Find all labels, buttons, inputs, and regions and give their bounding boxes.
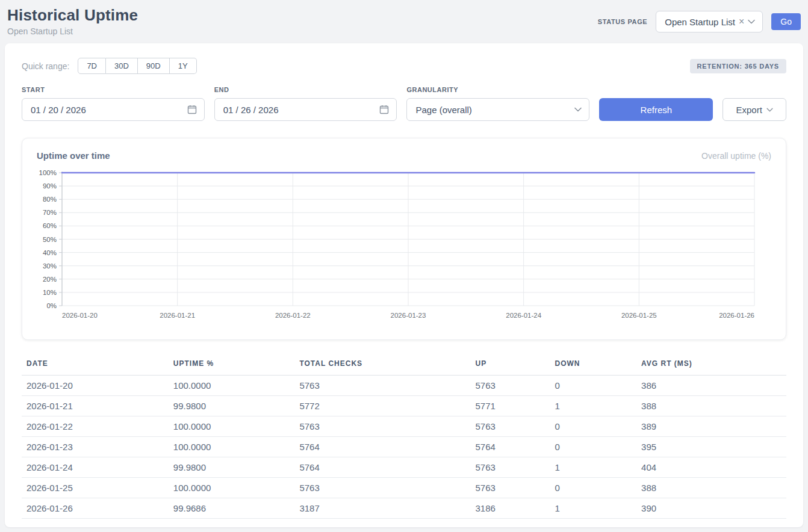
go-button[interactable]: Go bbox=[771, 13, 801, 30]
chart-header: Uptime over time Overall uptime (%) bbox=[34, 150, 774, 167]
table-row: 2026-01-25100.0000576357630388 bbox=[22, 478, 786, 498]
table-cell: 386 bbox=[636, 376, 786, 396]
table-cell: 1 bbox=[550, 457, 637, 478]
quick-range-1y-button[interactable]: 1Y bbox=[170, 58, 197, 74]
table-cell: 5763 bbox=[470, 376, 550, 396]
table-cell: 100.0000 bbox=[169, 376, 295, 396]
uptime-chart-card: Uptime over time Overall uptime (%) 0%10… bbox=[22, 138, 786, 340]
table-row: 2026-01-2499.9800576457631404 bbox=[22, 457, 786, 478]
table-cell: 5764 bbox=[470, 437, 550, 457]
table-cell: 5763 bbox=[294, 416, 470, 437]
table-row: 2026-01-23100.0000576457640395 bbox=[22, 437, 786, 457]
table-cell: 1 bbox=[550, 498, 637, 519]
topbar-right: STATUS PAGE Open Startup List × Go bbox=[598, 11, 801, 32]
quick-range-7d-button[interactable]: 7D bbox=[78, 58, 106, 74]
chevron-down-icon bbox=[748, 19, 755, 24]
table-cell: 2026-01-22 bbox=[22, 416, 169, 437]
export-label: Export bbox=[736, 105, 762, 115]
granularity-value: Page (overall) bbox=[415, 105, 471, 115]
end-date-field: END 01 / 26 / 2026 bbox=[214, 86, 397, 121]
calendar-icon[interactable] bbox=[187, 105, 197, 114]
table-cell: 0 bbox=[550, 416, 637, 437]
column-header: DOWN bbox=[550, 354, 637, 376]
table-cell: 5772 bbox=[294, 396, 470, 416]
column-header: UPTIME % bbox=[169, 354, 295, 376]
svg-text:2026-01-25: 2026-01-25 bbox=[621, 312, 657, 319]
table-cell: 100.0000 bbox=[169, 478, 295, 498]
table-header-row: DATEUPTIME %TOTAL CHECKSUPDOWNAVG RT (MS… bbox=[22, 354, 786, 376]
granularity-label: GRANULARITY bbox=[406, 86, 589, 93]
start-date-field: START 01 / 20 / 2026 bbox=[22, 86, 205, 121]
table-cell: 389 bbox=[636, 416, 786, 437]
table-cell: 5763 bbox=[470, 478, 550, 498]
clear-selection-icon[interactable]: × bbox=[739, 17, 744, 26]
table-cell: 5764 bbox=[294, 437, 470, 457]
svg-text:20%: 20% bbox=[43, 276, 57, 283]
quick-range-90d-button[interactable]: 90D bbox=[138, 58, 170, 74]
quick-range-row: Quick range: 7D30D90D1Y RETENTION: 365 D… bbox=[22, 58, 786, 74]
start-date-value: 01 / 20 / 2026 bbox=[31, 105, 86, 115]
svg-text:40%: 40% bbox=[43, 249, 57, 256]
end-date-input[interactable]: 01 / 26 / 2026 bbox=[214, 98, 397, 121]
chart-legend: Overall uptime (%) bbox=[701, 151, 771, 161]
svg-text:2026-01-20: 2026-01-20 bbox=[62, 312, 98, 319]
status-page-select[interactable]: Open Startup List × bbox=[656, 11, 763, 32]
table-cell: 99.9800 bbox=[169, 396, 295, 416]
chart-title: Uptime over time bbox=[37, 150, 110, 161]
table-cell: 5763 bbox=[470, 457, 550, 478]
quick-range-30d-button[interactable]: 30D bbox=[106, 58, 138, 74]
status-page-label: STATUS PAGE bbox=[598, 18, 647, 25]
calendar-icon[interactable] bbox=[379, 105, 389, 114]
table-cell: 100.0000 bbox=[169, 416, 295, 437]
export-button[interactable]: Export bbox=[723, 98, 786, 121]
column-header: DATE bbox=[22, 354, 169, 376]
granularity-select[interactable]: Page (overall) bbox=[406, 98, 589, 121]
svg-text:0%: 0% bbox=[46, 302, 57, 309]
table-cell: 1 bbox=[550, 396, 637, 416]
main-panel: Quick range: 7D30D90D1Y RETENTION: 365 D… bbox=[5, 43, 803, 527]
start-date-input[interactable]: 01 / 20 / 2026 bbox=[22, 98, 205, 121]
table-cell: 99.9686 bbox=[169, 498, 295, 519]
table-cell: 3187 bbox=[294, 498, 470, 519]
svg-text:100%: 100% bbox=[39, 169, 57, 176]
table-row: 2026-01-2199.9800577257711388 bbox=[22, 396, 786, 416]
table-cell: 388 bbox=[636, 478, 786, 498]
svg-text:2026-01-24: 2026-01-24 bbox=[506, 312, 541, 319]
table-row: 2026-01-20100.0000576357630386 bbox=[22, 376, 786, 396]
table-cell: 0 bbox=[550, 437, 637, 457]
svg-text:90%: 90% bbox=[43, 182, 57, 190]
svg-text:60%: 60% bbox=[43, 222, 57, 229]
page: Historical Uptime Open Startup List STAT… bbox=[0, 0, 808, 532]
page-subtitle: Open Startup List bbox=[7, 26, 138, 36]
table-cell: 388 bbox=[636, 396, 786, 416]
title-block: Historical Uptime Open Startup List bbox=[7, 6, 138, 36]
refresh-button[interactable]: Refresh bbox=[599, 98, 713, 121]
svg-text:50%: 50% bbox=[43, 236, 57, 243]
column-header: UP bbox=[470, 354, 550, 376]
quick-range-group: 7D30D90D1Y bbox=[78, 58, 196, 74]
table-cell: 2026-01-26 bbox=[22, 498, 169, 519]
table-cell: 5771 bbox=[470, 396, 550, 416]
end-label: END bbox=[214, 86, 397, 93]
table-cell: 5763 bbox=[294, 376, 470, 396]
table-cell: 2026-01-25 bbox=[22, 478, 169, 498]
table-row: 2026-01-22100.0000576357630389 bbox=[22, 416, 786, 437]
column-header: TOTAL CHECKS bbox=[294, 354, 470, 376]
table-cell: 5763 bbox=[294, 478, 470, 498]
table-cell: 0 bbox=[550, 478, 637, 498]
table-cell: 100.0000 bbox=[169, 437, 295, 457]
topbar: Historical Uptime Open Startup List STAT… bbox=[0, 0, 808, 36]
table-cell: 3186 bbox=[470, 498, 550, 519]
uptime-table: DATEUPTIME %TOTAL CHECKSUPDOWNAVG RT (MS… bbox=[22, 354, 786, 519]
retention-badge: RETENTION: 365 DAYS bbox=[690, 59, 786, 73]
status-page-value: Open Startup List bbox=[665, 17, 735, 27]
table-cell: 99.9800 bbox=[169, 457, 295, 478]
table-cell: 2026-01-20 bbox=[22, 376, 169, 396]
filter-inputs-row: START 01 / 20 / 2026 END 01 / 26 / 2026 … bbox=[22, 86, 786, 121]
table-cell: 2026-01-23 bbox=[22, 437, 169, 457]
table-cell: 390 bbox=[636, 498, 786, 519]
svg-text:2026-01-23: 2026-01-23 bbox=[391, 312, 426, 319]
chevron-down-icon bbox=[766, 108, 773, 112]
table-cell: 5763 bbox=[470, 416, 550, 437]
svg-text:10%: 10% bbox=[43, 289, 57, 296]
